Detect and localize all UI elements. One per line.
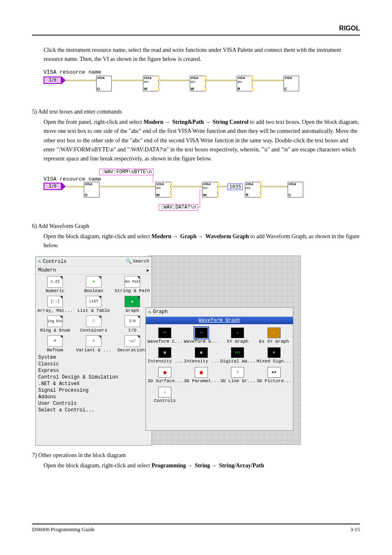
palette-item-variant[interactable]: ◊Variant & ... [74,334,113,353]
palette-category-list: System Classic Express Control Design & … [36,353,152,414]
palette-cat-select[interactable]: Select a Control... [38,407,149,413]
io-arrow-2 [62,183,66,190]
palette-item-refnum[interactable]: #Refnum [36,334,74,353]
step5-body: to add two text boxes. Open the block di… [44,119,359,162]
intro-text: Click the instrument resource name, sele… [44,46,360,64]
visa-read-node-1: VISAabcR [237,76,252,91]
visa-close-node-2: VISAC [288,182,303,197]
graph-item-controls[interactable]: ⌂Controls [147,385,183,405]
footer-rule-bottom [32,524,360,525]
wire [66,186,84,187]
block-diagram-2: :WAV:FORM\sBYTE\n VISA resource name I/0… [44,169,360,218]
palette-item-numeric[interactable]: 1.23Numeric [36,274,74,294]
graph-item-waveform-graph[interactable]: 〰Waveform G... [183,326,220,346]
palette-cat-cds[interactable]: Control Design & Simulation [38,374,149,381]
command-box-1: :WAV:FORM\sBYTE\n [99,169,154,175]
graph-item-3d-line[interactable]: ≈3D Line Gr... [219,365,256,385]
palette-item-containers[interactable]: □Containers [74,314,113,334]
wire [159,80,190,81]
pink-wire [153,175,153,183]
palette-item-array[interactable]: [::]Array, Mat... [36,294,74,314]
palette-cat-classic[interactable]: Classic [38,361,149,367]
visa-open-node-2: VISAO [84,182,99,197]
graph-palette-header: ⇱Graph [146,308,293,317]
palette-header: ⇱Controls 🔍Search [36,257,152,267]
visa-open-node: VISAO [96,76,112,91]
palette-cat-express[interactable]: Express [38,367,149,374]
palette-cat-signal[interactable]: Signal Processing [38,387,149,394]
palette-section-modern[interactable]: Modern▶ [36,267,152,274]
graph-subpalette[interactable]: ⇱Graph Waveform Graph 〰Waveform C... 〰Wa… [145,307,293,431]
graph-item-intensity-1[interactable]: ▦Intensity ... [147,346,183,365]
pink-wire [200,189,200,207]
wire [206,80,237,81]
constant-1035: 1035 [228,183,243,190]
io-terminal-1: I/0 [44,77,62,84]
footer-rule-top [32,523,360,524]
footer-doc-title: DS6000 Programming Guide [32,526,95,533]
palette-item-boolean[interactable]: ●Boolean [74,274,113,294]
pin-icon[interactable]: ⇱ [148,309,151,315]
header-rule-bottom [32,35,360,36]
search-button[interactable]: 🔍Search [126,258,149,265]
graph-item-waveform-chart[interactable]: 〰Waveform C... [147,326,183,346]
command-box-2: :WAV:DATA?\n [159,204,198,211]
palette-title: Controls [43,259,67,265]
footer-page-number: 3-15 [350,526,360,533]
palette-cat-net[interactable]: .NET & ActiveX [38,381,149,387]
controls-palette[interactable]: ⇱Controls 🔍Search Modern▶ 1.23Numeric ●B… [35,256,152,446]
header-brand: RIGOL [32,25,360,32]
magnifier-icon: 🔍 [126,258,132,265]
step5-text: Open the front panel, right-click and se… [44,118,360,164]
visa-read-node-2: VISAabcR [245,182,261,197]
page-footer: DS6000 Programming Guide 3-15 [32,523,360,533]
palette-screenshot: ⇱Controls 🔍Search Modern▶ 1.23Numeric ●B… [35,255,301,445]
graph-item-intensity-2[interactable]: ▦Intensity ... [183,346,220,365]
graph-item-ex-xy[interactable]: ∴Ex XY Graph [256,326,293,346]
page: RIGOL Click the instrument resource name… [0,0,392,555]
arrow-icon: → [196,232,204,241]
io-terminal-2: I/0 [44,183,62,190]
palette-cat-addons[interactable]: Addons [38,394,149,400]
step7-text: Open the block diagram, right-click and … [44,461,360,470]
pin-icon[interactable]: ⇱ [38,259,41,265]
wire [261,186,288,187]
arrow-icon: → [204,118,211,127]
arrow-icon: → [210,461,217,470]
visa-write-node-1b: VISAabcW [190,76,205,91]
palette-cat-user[interactable]: User Controls▶ [38,400,149,407]
wire [113,80,143,81]
palette-item-string-path[interactable]: abc PathString & Path [113,274,152,294]
step6-text: Open the block diagram, right-click and … [44,232,360,251]
step5-label: 5) Add text boxes and enter commands [32,109,360,115]
header-rule-top [32,35,360,35]
visa-close-node-1: VISAC [284,76,299,91]
palette-cat-system[interactable]: System [38,354,149,361]
step7-label: 7) Other operations in the block diagram [32,452,360,459]
arrow-icon: → [186,461,194,470]
visa-write-node-2a: VISAabcW [155,182,171,197]
palette-item-ring-enum[interactable]: Ring EnumRing & Enum [36,314,74,334]
chevron-right-icon: ▶ [147,268,149,273]
palette-items-grid: 1.23Numeric ●Boolean abc PathString & Pa… [36,274,152,353]
visa-resource-label-2: VISA resource name [44,176,101,182]
graph-item-3d-picture[interactable]: ▲●3D Picture... [256,365,293,385]
visa-write-node-1a: VISAabcW [143,76,159,91]
palette-item-list-table[interactable]: LISTList & Table [74,294,113,314]
graph-items-grid: 〰Waveform C... 〰Waveform G... ∴XY Graph … [146,324,293,406]
graph-item-3d-surface[interactable]: ◆3D Surface... [147,365,183,385]
graph-item-3d-param[interactable]: ◆3D Paramet... [183,365,220,385]
wire [100,186,155,187]
arrow-icon: → [171,232,179,241]
wire [253,80,284,81]
graph-item-digital[interactable]: 101Digital Wa... [219,346,256,365]
block-diagram-1: VISA resource name I/0 VISAO VISAabcW VI… [44,69,360,100]
arrow-icon: → [164,118,171,127]
graph-item-mixed[interactable]: ≋Mixed Sign... [256,346,293,365]
step6-label: 6) Add Waveform Graph [32,223,360,230]
wire [172,186,202,187]
graph-item-xy[interactable]: ∴XY Graph [219,326,256,346]
visa-resource-label-1: VISA resource name [44,69,101,75]
wire [66,80,96,81]
visa-write-node-2b: VISAabcW [202,182,218,197]
